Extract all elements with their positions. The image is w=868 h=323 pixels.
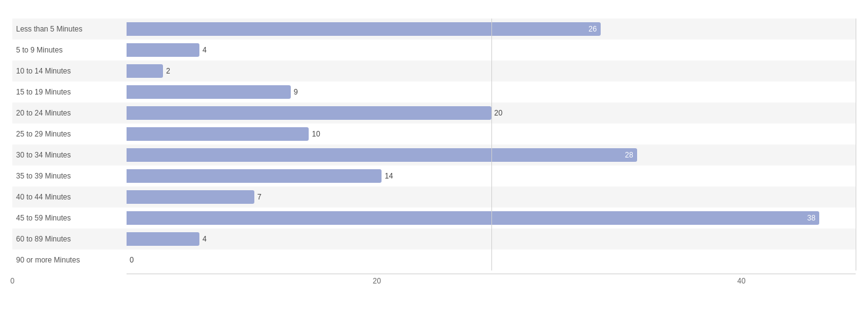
bar-track: 7 — [127, 187, 856, 208]
grid-line — [856, 19, 856, 271]
bar-label: 5 to 9 Minutes — [12, 46, 127, 54]
x-axis-tick: 0 — [10, 277, 15, 285]
bar-label: 60 to 89 Minutes — [12, 235, 127, 243]
bar-value: 9 — [294, 88, 298, 96]
bar-fill: 28 — [127, 148, 637, 162]
bar-value: 14 — [385, 172, 393, 180]
bar-row: 90 or more Minutes0 — [12, 250, 856, 271]
bar-row: 30 to 34 Minutes28 — [12, 145, 856, 166]
bar-label: 20 to 24 Minutes — [12, 109, 127, 117]
bar-value: 2 — [166, 67, 170, 75]
bar-value: 38 — [807, 214, 816, 222]
bar-label: 40 to 44 Minutes — [12, 193, 127, 201]
bar-fill: 4 — [127, 43, 199, 57]
bar-row: 15 to 19 Minutes9 — [12, 82, 856, 103]
x-axis-tick: 20 — [373, 277, 381, 285]
bar-fill: 4 — [127, 232, 199, 246]
bar-track: 20 — [127, 103, 856, 124]
bar-row: 5 to 9 Minutes4 — [12, 40, 856, 61]
bar-label: 35 to 39 Minutes — [12, 172, 127, 180]
bar-value: 28 — [625, 151, 633, 159]
bar-track: 2 — [127, 61, 856, 82]
bar-row: 35 to 39 Minutes14 — [12, 166, 856, 187]
bar-value: 7 — [257, 193, 262, 201]
bar-row: 60 to 89 Minutes4 — [12, 229, 856, 250]
bar-label: 10 to 14 Minutes — [12, 67, 127, 75]
bar-row: 20 to 24 Minutes20 — [12, 103, 856, 124]
bar-track: 4 — [127, 229, 856, 250]
bar-track: 38 — [127, 208, 856, 229]
bars-section: Less than 5 Minutes265 to 9 Minutes410 t… — [12, 19, 856, 271]
bar-label: 90 or more Minutes — [12, 256, 127, 264]
bar-fill: 14 — [127, 169, 382, 183]
bar-fill: 7 — [127, 190, 254, 204]
chart-area: Less than 5 Minutes265 to 9 Minutes410 t… — [12, 19, 856, 274]
bar-row: 40 to 44 Minutes7 — [12, 187, 856, 208]
x-axis-tick: 40 — [737, 277, 745, 285]
bar-value: 0 — [130, 256, 134, 264]
bar-track: 4 — [127, 40, 856, 61]
bar-label: Less than 5 Minutes — [12, 25, 127, 33]
bar-label: 15 to 19 Minutes — [12, 88, 127, 96]
bar-fill: 38 — [127, 211, 819, 225]
bar-track: 26 — [127, 19, 856, 40]
bar-row: 45 to 59 Minutes38 — [12, 208, 856, 229]
x-axis-line — [127, 274, 856, 274]
bar-fill: 26 — [127, 22, 601, 36]
bar-fill: 2 — [127, 64, 163, 78]
bar-value: 26 — [588, 25, 596, 33]
bar-track: 9 — [127, 82, 856, 103]
bar-label: 45 to 59 Minutes — [12, 214, 127, 222]
bar-track: 0 — [127, 250, 856, 271]
chart-container: Less than 5 Minutes265 to 9 Minutes410 t… — [0, 0, 868, 323]
bar-value: 4 — [202, 46, 207, 54]
bar-track: 28 — [127, 145, 856, 166]
bar-value: 10 — [312, 130, 320, 138]
bar-fill: 9 — [127, 85, 291, 99]
bar-track: 10 — [127, 124, 856, 145]
bar-value: 4 — [202, 235, 207, 243]
bar-label: 30 to 34 Minutes — [12, 151, 127, 159]
bar-fill: 10 — [127, 127, 309, 141]
bar-row: Less than 5 Minutes26 — [12, 19, 856, 40]
bar-label: 25 to 29 Minutes — [12, 130, 127, 138]
bar-fill: 20 — [127, 106, 491, 120]
bar-track: 14 — [127, 166, 856, 187]
bar-row: 25 to 29 Minutes10 — [12, 124, 856, 145]
bar-row: 10 to 14 Minutes2 — [12, 61, 856, 82]
bar-value: 20 — [495, 109, 503, 117]
